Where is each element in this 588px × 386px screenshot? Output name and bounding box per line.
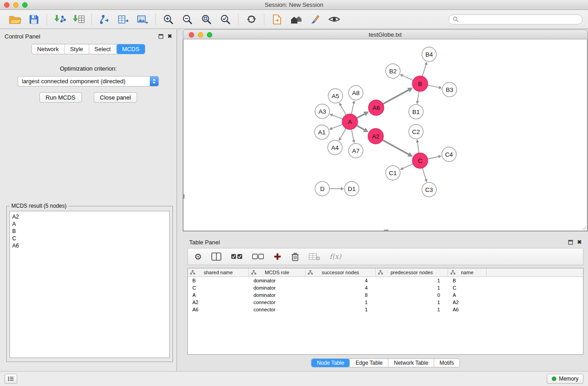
graph-edge-A-A4[interactable]	[340, 129, 346, 138]
export-table-button[interactable]	[114, 12, 133, 27]
cell-name[interactable]: B	[448, 278, 487, 283]
graph-edge-B-B4[interactable]	[422, 65, 426, 76]
graph-edge-B-B3[interactable]	[428, 85, 439, 87]
graph-edge-A6-B[interactable]	[383, 90, 409, 104]
refresh-button[interactable]	[242, 12, 261, 27]
search-field[interactable]	[449, 14, 583, 24]
close-panel-button[interactable]: Close panel	[94, 92, 138, 103]
search-input[interactable]	[461, 16, 578, 23]
deselect-all-button[interactable]	[252, 253, 264, 260]
graph-edge-A-A6[interactable]	[357, 114, 364, 118]
table-row[interactable]: A dominator 8 0 A	[188, 291, 583, 299]
cell-mcds-role[interactable]: connector	[249, 300, 306, 305]
import-network-button[interactable]	[50, 12, 69, 27]
delete-row-button[interactable]	[291, 252, 299, 262]
graph-edge-C-C1[interactable]	[403, 164, 413, 168]
cell-successor-nodes[interactable]: 1	[306, 307, 376, 312]
minimize-window-button[interactable]	[13, 2, 19, 8]
cell-shared-name[interactable]: A6	[188, 307, 249, 312]
list-item[interactable]: A	[12, 220, 167, 228]
import-table-button[interactable]	[69, 12, 88, 27]
tab-network[interactable]: Network	[32, 44, 64, 54]
cell-mcds-role[interactable]: dominator	[249, 285, 306, 291]
zoom-fit-button[interactable]	[197, 12, 216, 27]
cell-predecessor-nodes[interactable]: 1	[376, 278, 448, 283]
zoom-network-window-button[interactable]	[207, 32, 212, 38]
open-file-button[interactable]	[5, 12, 24, 27]
optimization-criterion-dropdown[interactable]: largest connected component (directed)	[18, 76, 159, 86]
memory-button[interactable]: Memory	[547, 374, 583, 384]
column-header-mcds-role[interactable]: MCDS role	[249, 268, 306, 276]
tab-edge-table[interactable]: Edge Table	[349, 359, 388, 367]
cell-shared-name[interactable]: A	[188, 292, 249, 298]
graph-edge-B-B1[interactable]	[417, 91, 419, 101]
column-header-name[interactable]: name	[448, 268, 487, 276]
cell-shared-name[interactable]: B	[188, 278, 249, 283]
network-window-titlebar[interactable]: testGlobe.txt	[183, 29, 588, 39]
tab-node-table[interactable]: Node Table	[311, 359, 350, 367]
float-panel-icon[interactable]	[568, 240, 573, 245]
tab-style[interactable]: Style	[64, 44, 89, 54]
network-canvas[interactable]: B4B2BB3A8A5A6A3B1AA1C2A2A4A7C4CC1C3DD1	[183, 39, 588, 231]
cell-name[interactable]: A	[448, 292, 487, 298]
cell-successor-nodes[interactable]: 1	[306, 300, 376, 305]
home-view-button[interactable]	[287, 12, 306, 27]
table-row[interactable]: A6 connector 1 1 A6	[188, 306, 583, 313]
graph-edge-A-A3[interactable]	[333, 115, 343, 119]
graph-edge-B-B2[interactable]	[403, 76, 413, 81]
cell-successor-nodes[interactable]: 4	[306, 285, 376, 291]
open-session-document-button[interactable]	[268, 12, 287, 27]
close-window-button[interactable]	[4, 2, 10, 8]
zoom-in-button[interactable]	[159, 12, 178, 27]
graph-edge-A-A7[interactable]	[351, 129, 354, 140]
list-item[interactable]: A6	[12, 242, 167, 249]
cell-mcds-role[interactable]: connector	[249, 307, 306, 312]
cell-predecessor-nodes[interactable]: 0	[376, 292, 448, 298]
graph-edge-C-C2[interactable]	[417, 143, 419, 153]
select-all-button[interactable]	[231, 253, 243, 260]
close-network-window-button[interactable]	[189, 32, 194, 38]
function-builder-button[interactable]: f(x)	[330, 253, 341, 261]
close-panel-icon[interactable]: ✖	[167, 33, 172, 39]
cell-name[interactable]: A2	[448, 300, 487, 305]
graph-edge-C-C3[interactable]	[422, 168, 426, 179]
table-row[interactable]: B dominator 4 1 B	[188, 277, 583, 284]
add-row-button[interactable]	[273, 253, 282, 261]
resize-grip-icon[interactable]	[581, 225, 587, 230]
table-settings-button[interactable]: ⚙	[194, 253, 202, 261]
cell-name[interactable]: C	[448, 285, 487, 291]
list-item[interactable]: C	[12, 235, 167, 242]
cell-mcds-role[interactable]: dominator	[249, 278, 306, 283]
column-header-predecessor-nodes[interactable]: predecessor nodes	[376, 268, 448, 276]
cell-shared-name[interactable]: A2	[188, 300, 249, 305]
delete-table-button[interactable]	[309, 253, 320, 261]
cell-shared-name[interactable]: C	[188, 285, 249, 291]
show-panel-list-button[interactable]	[5, 374, 17, 384]
graph-edge-A-A8[interactable]	[351, 104, 354, 114]
table-row[interactable]: A2 connector 1 1 A2	[188, 299, 583, 306]
zoom-selected-button[interactable]	[216, 12, 235, 27]
list-item[interactable]: A2	[12, 213, 167, 220]
cell-predecessor-nodes[interactable]: 1	[376, 307, 448, 312]
graph-edge-A-A5[interactable]	[341, 105, 346, 115]
tab-network-table[interactable]: Network Table	[388, 359, 434, 367]
export-network-button[interactable]	[95, 12, 114, 27]
close-panel-icon[interactable]: ✖	[577, 239, 582, 245]
show-columns-button[interactable]	[211, 253, 221, 261]
list-item[interactable]: B	[12, 228, 167, 235]
style-brush-button[interactable]	[306, 12, 325, 27]
tab-select[interactable]: Select	[89, 44, 116, 54]
cell-name[interactable]: A6	[448, 307, 487, 312]
column-header-shared-name[interactable]: shared name	[188, 268, 249, 276]
cell-predecessor-nodes[interactable]: 1	[376, 300, 448, 305]
cell-predecessor-nodes[interactable]: 1	[376, 285, 448, 291]
show-hide-button[interactable]	[325, 12, 344, 27]
export-image-button[interactable]	[133, 12, 152, 27]
graph-edge-A-A1[interactable]	[332, 124, 343, 129]
graph-edge-C-C4[interactable]	[428, 157, 439, 159]
minimize-network-window-button[interactable]	[198, 32, 203, 38]
cell-successor-nodes[interactable]: 4	[306, 278, 376, 283]
column-header-successor-nodes[interactable]: successor nodes	[306, 268, 376, 276]
run-mcds-button[interactable]: Run MCDS	[39, 92, 82, 103]
tab-motifs[interactable]: Motifs	[434, 359, 459, 367]
